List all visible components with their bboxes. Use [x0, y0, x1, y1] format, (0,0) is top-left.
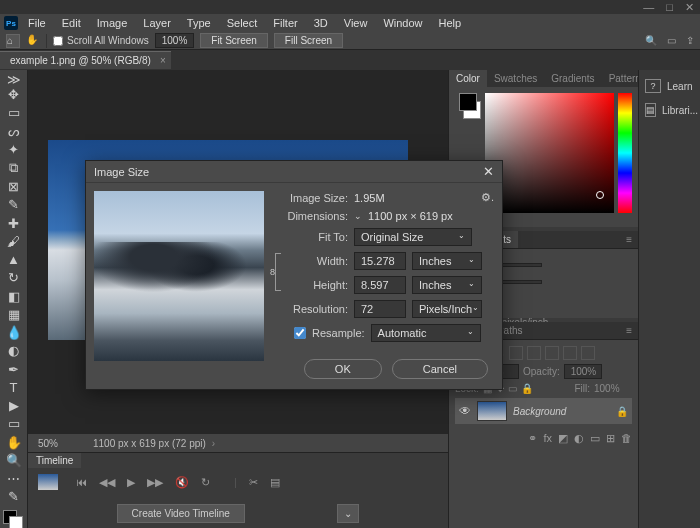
opacity-field[interactable]: 100% — [564, 364, 602, 379]
layer-lock-icon[interactable]: 🔒 — [616, 406, 628, 417]
zoom-field[interactable]: 100% — [155, 33, 195, 48]
menu-help[interactable]: Help — [433, 15, 468, 31]
menu-image[interactable]: Image — [91, 15, 134, 31]
workspace-icon[interactable]: ▭ — [667, 35, 676, 46]
cancel-button[interactable]: Cancel — [392, 359, 488, 379]
magic-wand-tool-icon[interactable]: ✦ — [4, 142, 24, 157]
play-icon[interactable]: ▶ — [127, 476, 135, 489]
dodge-tool-icon[interactable]: ◐ — [4, 343, 24, 358]
frame-tool-icon[interactable]: ⊠ — [4, 179, 24, 194]
color-tab[interactable]: Color — [449, 70, 487, 87]
resolution-input[interactable]: 72 — [354, 300, 406, 318]
close-button[interactable]: ✕ — [685, 1, 694, 14]
fill-screen-button[interactable]: Fill Screen — [274, 33, 343, 48]
constrain-proportions-icon[interactable]: 8 — [272, 253, 282, 291]
visibility-toggle-icon[interactable]: 👁 — [459, 404, 471, 418]
fill-field[interactable]: 100% — [594, 383, 632, 394]
resample-checkbox[interactable] — [294, 327, 306, 339]
layer-thumbnail[interactable] — [477, 401, 507, 421]
layer-name[interactable]: Background — [513, 406, 566, 417]
layer-mask-icon[interactable]: ◩ — [558, 432, 568, 445]
delete-layer-icon[interactable]: 🗑 — [621, 432, 632, 445]
brush-tool-icon[interactable]: 🖌 — [4, 234, 24, 249]
minimize-button[interactable]: — — [643, 1, 654, 13]
lock-all-icon[interactable]: 🔒 — [521, 383, 533, 394]
filter-shape-icon[interactable] — [563, 346, 577, 360]
prev-frame-icon[interactable]: ◀◀ — [99, 476, 115, 489]
filter-type-icon[interactable] — [545, 346, 559, 360]
width-input[interactable]: 15.278 — [354, 252, 406, 270]
resample-dropdown[interactable]: Automatic⌄ — [371, 324, 481, 342]
foreground-color-swatch[interactable] — [459, 93, 477, 111]
dimensions-disclosure-icon[interactable]: ⌄ — [354, 211, 362, 221]
home-icon[interactable]: ⌂ — [6, 34, 20, 48]
new-layer-icon[interactable]: ⊞ — [606, 432, 615, 445]
next-frame-icon[interactable]: ▶▶ — [147, 476, 163, 489]
audio-icon[interactable]: 🔇 — [175, 476, 189, 489]
timeline-tab[interactable]: Timeline — [28, 453, 81, 468]
lasso-tool-icon[interactable]: ᔕ — [4, 124, 24, 139]
layer-style-icon[interactable]: fx — [543, 432, 552, 445]
color-field[interactable] — [485, 93, 614, 213]
width-unit-dropdown[interactable]: Inches⌄ — [412, 252, 482, 270]
fit-screen-button[interactable]: Fit Screen — [200, 33, 268, 48]
move-tool-icon[interactable]: ✥ — [4, 87, 24, 102]
maximize-button[interactable]: □ — [666, 1, 673, 13]
menu-3d[interactable]: 3D — [308, 15, 334, 31]
filter-smart-icon[interactable] — [581, 346, 595, 360]
link-layers-icon[interactable]: ⚭ — [528, 432, 537, 445]
heal-tool-icon[interactable]: ✚ — [4, 216, 24, 231]
adjustment-layer-icon[interactable]: ◐ — [574, 432, 584, 445]
eyedropper-tool-icon[interactable]: ✎ — [4, 197, 24, 212]
expand-tools-icon[interactable]: ≫ — [4, 74, 24, 84]
menu-type[interactable]: Type — [181, 15, 217, 31]
filter-adjust-icon[interactable] — [527, 346, 541, 360]
marquee-tool-icon[interactable]: ▭ — [4, 105, 24, 120]
crop-tool-icon[interactable]: ⧉ — [4, 160, 24, 176]
height-input[interactable]: 8.597 — [354, 276, 406, 294]
pen-tool-icon[interactable]: ✒ — [4, 362, 24, 377]
go-to-first-frame-icon[interactable]: ⏮ — [76, 476, 87, 488]
ok-button[interactable]: OK — [304, 359, 382, 379]
zoom-tool-icon[interactable]: 🔍 — [4, 453, 24, 468]
status-doc-info[interactable]: 1100 px x 619 px (72 ppi) — [83, 438, 206, 449]
hue-slider[interactable] — [618, 93, 632, 213]
menu-select[interactable]: Select — [221, 15, 264, 31]
split-icon[interactable]: ✂ — [249, 476, 258, 489]
learn-panel-button[interactable]: ? Learn — [639, 74, 700, 98]
menu-filter[interactable]: Filter — [267, 15, 303, 31]
timeline-mode-dropdown[interactable]: ⌄ — [337, 504, 359, 523]
menu-layer[interactable]: Layer — [137, 15, 177, 31]
swatches-tab[interactable]: Swatches — [487, 70, 544, 87]
gradients-tab[interactable]: Gradients — [544, 70, 601, 87]
type-tool-icon[interactable]: T — [4, 380, 24, 395]
hand-tool-icon[interactable]: ✋ — [26, 34, 40, 48]
props-x-field[interactable] — [502, 263, 542, 267]
filter-pixel-icon[interactable] — [509, 346, 523, 360]
scroll-all-windows-checkbox[interactable]: Scroll All Windows — [53, 35, 149, 46]
height-unit-dropdown[interactable]: Inches⌄ — [412, 276, 482, 294]
layer-row[interactable]: 👁 Background 🔒 — [455, 398, 632, 424]
libraries-panel-button[interactable]: ▤ Librari... — [639, 98, 700, 122]
hand-tool-icon[interactable]: ✋ — [4, 435, 24, 450]
create-video-timeline-button[interactable]: Create Video Timeline — [117, 504, 245, 523]
transition-icon[interactable]: ▤ — [270, 476, 280, 489]
resolution-unit-dropdown[interactable]: Pixels/Inch⌄ — [412, 300, 482, 318]
edit-toolbar-icon[interactable]: ✎ — [4, 489, 24, 504]
more-tools-icon[interactable]: ⋯ — [4, 471, 24, 486]
menu-edit[interactable]: Edit — [56, 15, 87, 31]
shape-tool-icon[interactable]: ▭ — [4, 416, 24, 431]
lock-artboard-icon[interactable]: ▭ — [508, 383, 517, 394]
props-y-field[interactable] — [502, 280, 542, 284]
color-swap-icon[interactable] — [3, 510, 25, 529]
dialog-close-icon[interactable]: ✕ — [483, 164, 494, 179]
history-brush-tool-icon[interactable]: ↻ — [4, 270, 24, 285]
document-tab[interactable]: example 1.png @ 50% (RGB/8) × — [0, 51, 171, 69]
share-icon[interactable]: ⇪ — [686, 35, 694, 46]
menu-window[interactable]: Window — [377, 15, 428, 31]
dialog-titlebar[interactable]: Image Size ✕ — [86, 161, 502, 183]
menu-view[interactable]: View — [338, 15, 374, 31]
stamp-tool-icon[interactable]: ▲ — [4, 252, 24, 267]
status-chevron-right-icon[interactable]: › — [212, 438, 215, 449]
gradient-tool-icon[interactable]: ▦ — [4, 307, 24, 322]
